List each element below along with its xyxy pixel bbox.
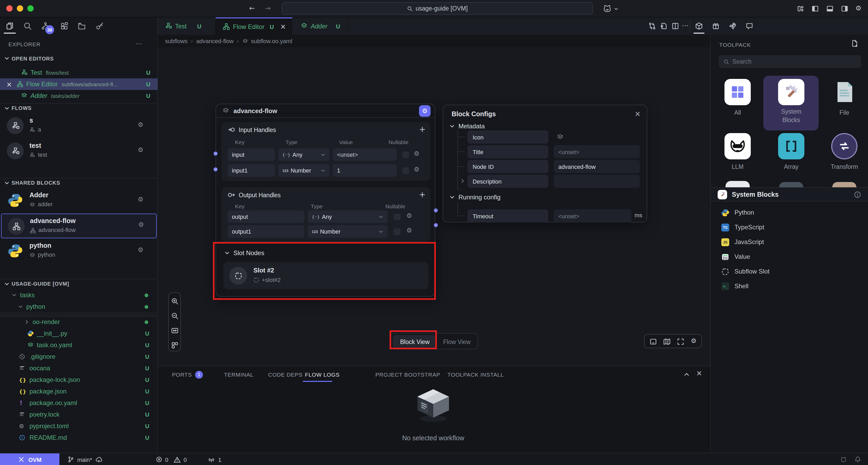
- rocket-icon[interactable]: [729, 22, 737, 30]
- type-select[interactable]: {··}Any: [278, 148, 330, 161]
- folder-icon[interactable]: [77, 22, 86, 30]
- close-icon[interactable]: ×: [6, 80, 12, 88]
- toggle-left-panel-icon[interactable]: [811, 5, 819, 12]
- bottom-tab-code-deps[interactable]: CODE DEPS: [268, 371, 303, 378]
- gear-icon[interactable]: ⚙: [414, 166, 420, 173]
- bell-icon[interactable]: [854, 456, 861, 463]
- command-center-search[interactable]: usage-guide [OVM]: [282, 2, 593, 15]
- problems-status[interactable]: 0 0: [156, 454, 187, 465]
- shared-block-python[interactable]: python python ⚙: [0, 240, 158, 263]
- config-value-timeout[interactable]: <unset>: [554, 209, 631, 223]
- nullable-checkbox[interactable]: [402, 151, 409, 158]
- settings-gear-icon[interactable]: ⚙: [856, 4, 861, 12]
- customize-layout-icon[interactable]: [797, 5, 804, 12]
- input-port-dot[interactable]: [213, 151, 218, 156]
- tab-flow-editor[interactable]: Flow Editor U ×: [216, 17, 292, 35]
- metadata-group[interactable]: Metadata: [450, 122, 485, 130]
- nav-forward-icon[interactable]: →: [265, 4, 271, 12]
- tree-item-init-py[interactable]: __init__.py U: [0, 328, 158, 339]
- node-advanced-flow[interactable]: advanced-flow ⚙ Input Handles + Key Type…: [216, 104, 435, 297]
- bottom-tab-project-bootstrap[interactable]: PROJECT BOOTSTRAP: [375, 371, 440, 378]
- tree-item-package-json[interactable]: {} package.json U: [0, 386, 158, 397]
- extensions-icon[interactable]: [60, 22, 69, 30]
- zoom-in-icon[interactable]: [171, 297, 179, 305]
- gear-icon[interactable]: ⚙: [138, 196, 144, 203]
- tree-item-package-oo-yaml[interactable]: ! package.oo.yaml U: [0, 398, 158, 408]
- flow-item-test[interactable]: test test ⚙: [0, 140, 158, 163]
- toggle-right-panel-icon[interactable]: [841, 5, 848, 12]
- git-branch-status[interactable]: main*: [67, 454, 102, 465]
- tree-item-package-lock[interactable]: {} package-lock.json U: [0, 375, 158, 385]
- traffic-light-close[interactable]: [6, 5, 12, 11]
- tree-item-readme[interactable]: README.md U: [0, 432, 158, 443]
- tab-adder[interactable]: Adder U: [292, 17, 349, 35]
- bottom-tab-ports[interactable]: PORTS 1: [172, 369, 203, 380]
- toolpack-search[interactable]: Search: [719, 55, 861, 68]
- toggle-bottom-panel-icon[interactable]: [826, 5, 834, 12]
- value-input[interactable]: <unset>: [333, 148, 397, 161]
- node-header[interactable]: advanced-flow: [216, 104, 435, 118]
- shared-block-advanced-flow[interactable]: advanced-flow advanced-flow ⚙: [1, 213, 157, 238]
- tree-item-gitignore[interactable]: .gitignore U: [0, 351, 158, 362]
- section-open-editors[interactable]: OPEN EDITORS: [0, 54, 158, 63]
- nullable-checkbox[interactable]: [394, 213, 401, 221]
- traffic-light-minimize[interactable]: [17, 5, 23, 11]
- key-input[interactable]: input1: [228, 164, 275, 177]
- bottom-tab-flow-logs[interactable]: FLOW LOGS: [305, 371, 340, 378]
- breadcrumb-item[interactable]: subflow.oo.yaml: [251, 38, 292, 44]
- category-system-blocks-tile[interactable]: [778, 79, 804, 105]
- flow-canvas[interactable]: advanced-flow ⚙ Input Handles + Key Type…: [158, 47, 710, 366]
- cat-assistant-icon[interactable]: [602, 4, 612, 13]
- type-select[interactable]: {··}Any: [308, 210, 388, 223]
- open-preview-icon[interactable]: [660, 22, 668, 30]
- gear-icon[interactable]: ⚙: [138, 247, 144, 253]
- config-value-node-id[interactable]: advanced-flow: [554, 160, 640, 173]
- compare-changes-icon[interactable]: [648, 22, 656, 30]
- sidebar-more-icon[interactable]: ⋯: [136, 40, 142, 47]
- toolpack-package-icon[interactable]: [695, 22, 703, 30]
- feedback-chat-icon[interactable]: [745, 22, 753, 30]
- category-array-tile[interactable]: [778, 133, 804, 159]
- minimap-icon[interactable]: [663, 338, 671, 346]
- gear-icon[interactable]: ⚙: [138, 147, 144, 153]
- add-handle-button[interactable]: +: [419, 190, 426, 199]
- tree-item-tasks[interactable]: tasks: [0, 290, 158, 300]
- key-input[interactable]: output1: [228, 225, 304, 238]
- config-value-title[interactable]: <unset>: [554, 145, 640, 158]
- nullable-checkbox[interactable]: [394, 228, 401, 235]
- tree-item-oocana[interactable]: oocana U: [0, 363, 158, 374]
- flow-item-s[interactable]: s a ⚙: [0, 115, 158, 138]
- shared-block-adder[interactable]: Adder adder ⚙: [0, 190, 158, 212]
- fullscreen-icon[interactable]: [677, 338, 684, 346]
- breadcrumb[interactable]: subflows › advanced-flow › subflow.oo.ya…: [158, 35, 710, 47]
- info-icon[interactable]: [854, 191, 861, 198]
- gift-icon[interactable]: [712, 22, 720, 30]
- nav-back-icon[interactable]: ←: [249, 4, 255, 12]
- bottom-tab-terminal[interactable]: TERMINAL: [224, 371, 254, 378]
- config-label-node-id[interactable]: Node ID: [467, 160, 548, 173]
- gear-icon[interactable]: ⚙: [406, 212, 412, 219]
- node-settings-button[interactable]: ⚙: [419, 105, 431, 117]
- config-label-description[interactable]: Description: [467, 175, 548, 188]
- open-editor-flow-editor[interactable]: × Flow Editor subflows/advanced-fl... U: [0, 78, 158, 90]
- chevron-right-icon[interactable]: [460, 178, 465, 183]
- panel-close-icon[interactable]: ×: [696, 369, 702, 377]
- tab-close-icon[interactable]: ×: [280, 23, 286, 30]
- config-label-title[interactable]: Title: [467, 145, 548, 158]
- section-project[interactable]: USAGE-GUIDE [OVM]: [0, 279, 158, 288]
- cat-status-icon[interactable]: [840, 456, 847, 463]
- gear-icon[interactable]: ⚙: [138, 121, 144, 128]
- system-block-python[interactable]: Python: [711, 206, 868, 220]
- config-label-timeout[interactable]: Timeout: [467, 209, 548, 223]
- add-handle-button[interactable]: +: [419, 125, 426, 134]
- nullable-checkbox[interactable]: [402, 167, 409, 174]
- section-shared-blocks[interactable]: SHARED BLOCKS: [0, 178, 158, 187]
- remote-indicator[interactable]: OVM: [0, 454, 59, 465]
- tree-item-task-yaml[interactable]: task.oo.yaml U: [0, 340, 158, 350]
- screen-icon[interactable]: [649, 338, 657, 346]
- config-label-icon[interactable]: Icon: [467, 130, 548, 144]
- canvas-settings-icon[interactable]: ⚙: [691, 337, 696, 345]
- system-blocks-header[interactable]: System Blocks: [711, 187, 868, 201]
- input-port-dot[interactable]: [213, 167, 218, 172]
- gear-icon[interactable]: ⚙: [414, 150, 420, 157]
